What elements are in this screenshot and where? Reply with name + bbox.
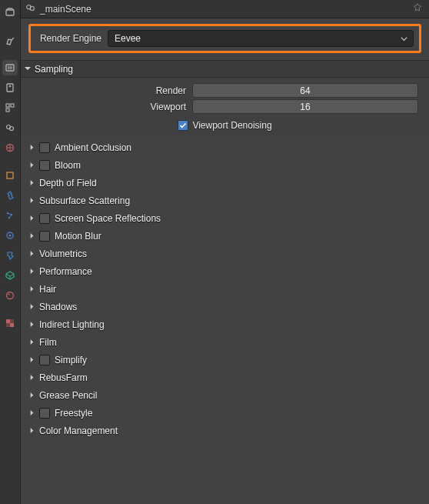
section-label: Bloom xyxy=(55,160,81,171)
disclosure-right-icon xyxy=(28,195,36,206)
section-enable-checkbox[interactable] xyxy=(39,142,50,153)
disclosure-right-icon xyxy=(28,408,36,419)
section-enable-checkbox[interactable] xyxy=(39,160,50,171)
disclosure-right-icon xyxy=(28,355,36,365)
svg-rect-11 xyxy=(7,172,13,179)
section-label: Freestyle xyxy=(55,408,92,419)
world-icon[interactable] xyxy=(2,140,18,155)
disclosure-right-icon xyxy=(28,390,36,401)
sampling-subpanel: Render 64 Viewport 16 Viewport Denoising xyxy=(21,78,429,137)
scene-icon xyxy=(25,2,36,15)
disclosure-right-icon xyxy=(28,266,36,277)
section-label: Subsurface Scattering xyxy=(39,195,130,206)
modifier-icon[interactable] xyxy=(2,188,18,203)
section-label: Screen Space Reflections xyxy=(55,213,161,224)
section-color-management[interactable]: Color Management xyxy=(21,422,429,439)
svg-point-4 xyxy=(9,85,12,88)
disclosure-right-icon xyxy=(28,142,36,153)
section-indirect-lighting[interactable]: Indirect Lighting xyxy=(21,315,429,333)
section-depth-of-field[interactable]: Depth of Field xyxy=(21,174,429,192)
scene-icon[interactable] xyxy=(2,120,18,135)
material-icon[interactable] xyxy=(2,288,18,303)
render-icon[interactable] xyxy=(2,60,18,75)
view-layer-icon[interactable] xyxy=(2,100,18,115)
panel-header: _mainScene xyxy=(21,0,429,18)
disclosure-right-icon xyxy=(28,160,36,171)
section-label: Hair xyxy=(39,284,56,295)
pin-icon[interactable] xyxy=(412,2,423,15)
section-screen-space-reflections[interactable]: Screen Space Reflections xyxy=(21,209,429,227)
disclosure-right-icon xyxy=(28,284,36,295)
svg-rect-0 xyxy=(6,10,14,15)
section-label: Depth of Field xyxy=(39,178,97,189)
section-enable-checkbox[interactable] xyxy=(39,408,50,419)
disclosure-right-icon xyxy=(28,213,36,224)
viewport-denoising-checkbox[interactable] xyxy=(178,120,188,131)
section-shadows[interactable]: Shadows xyxy=(21,298,429,315)
section-grease-pencil[interactable]: Grease Pencil xyxy=(21,386,429,404)
section-simplify[interactable]: Simplify xyxy=(21,351,429,369)
disclosure-right-icon xyxy=(28,178,36,189)
output-icon[interactable] xyxy=(2,80,18,95)
properties-panel: _mainScene Render Engine Eevee xyxy=(21,0,429,504)
section-label: Shadows xyxy=(39,302,77,312)
section-label: Indirect Lighting xyxy=(39,319,105,330)
section-enable-checkbox[interactable] xyxy=(39,213,50,224)
section-sampling[interactable]: Sampling xyxy=(21,60,429,78)
section-label: Color Management xyxy=(39,426,118,436)
svg-rect-2 xyxy=(8,66,12,69)
section-list: Ambient OcclusionBloomDepth of FieldSubs… xyxy=(21,137,429,439)
svg-rect-3 xyxy=(7,84,13,92)
disclosure-right-icon xyxy=(28,319,36,330)
disclosure-right-icon xyxy=(28,372,36,383)
svg-point-18 xyxy=(8,293,10,295)
svg-point-16 xyxy=(9,235,12,237)
disclosure-right-icon xyxy=(28,231,36,242)
svg-rect-5 xyxy=(6,104,9,107)
section-label: Sampling xyxy=(35,64,73,75)
disclosure-right-icon xyxy=(28,337,36,348)
section-film[interactable]: Film xyxy=(21,333,429,351)
scene-name: _mainScene xyxy=(40,4,412,15)
svg-rect-21 xyxy=(10,319,14,323)
physics-icon[interactable] xyxy=(2,228,18,243)
svg-rect-19 xyxy=(6,319,10,323)
section-volumetrics[interactable]: Volumetrics xyxy=(21,245,429,262)
render-engine-value: Eevee xyxy=(115,33,141,44)
render-samples-field[interactable]: 64 xyxy=(192,83,418,98)
section-label: Ambient Occlusion xyxy=(55,142,131,153)
svg-point-17 xyxy=(7,292,14,299)
viewport-samples-label: Viewport xyxy=(21,102,186,112)
section-rebusfarm[interactable]: RebusFarm xyxy=(21,369,429,386)
editor-type-icon[interactable] xyxy=(2,5,18,20)
svg-rect-6 xyxy=(11,104,14,107)
section-bloom[interactable]: Bloom xyxy=(21,156,429,174)
section-label: Simplify xyxy=(55,355,87,365)
particle-icon[interactable] xyxy=(2,208,18,223)
section-label: RebusFarm xyxy=(39,372,88,383)
texture-icon[interactable] xyxy=(2,315,18,331)
section-performance[interactable]: Performance xyxy=(21,262,429,280)
section-hair[interactable]: Hair xyxy=(21,280,429,298)
disclosure-right-icon xyxy=(28,426,36,436)
svg-rect-20 xyxy=(10,323,14,327)
constraint-icon[interactable] xyxy=(2,248,18,263)
chevron-down-icon xyxy=(400,35,408,45)
tool-icon[interactable] xyxy=(2,32,18,48)
viewport-samples-field[interactable]: 16 xyxy=(192,99,418,114)
section-motion-blur[interactable]: Motion Blur xyxy=(21,227,429,245)
object-icon[interactable] xyxy=(2,168,18,183)
mesh-data-icon[interactable] xyxy=(2,268,18,283)
section-ambient-occlusion[interactable]: Ambient Occlusion xyxy=(21,139,429,156)
render-engine-dropdown[interactable]: Eevee xyxy=(108,30,414,47)
section-enable-checkbox[interactable] xyxy=(39,355,50,365)
svg-rect-7 xyxy=(6,108,9,112)
section-freestyle[interactable]: Freestyle xyxy=(21,404,429,422)
disclosure-right-icon xyxy=(28,249,36,259)
section-subsurface-scattering[interactable]: Subsurface Scattering xyxy=(21,192,429,209)
section-label: Motion Blur xyxy=(55,231,101,242)
svg-rect-22 xyxy=(6,323,10,327)
render-engine-highlight: Render Engine Eevee xyxy=(28,24,421,53)
section-label: Film xyxy=(39,337,57,348)
section-enable-checkbox[interactable] xyxy=(39,231,50,242)
